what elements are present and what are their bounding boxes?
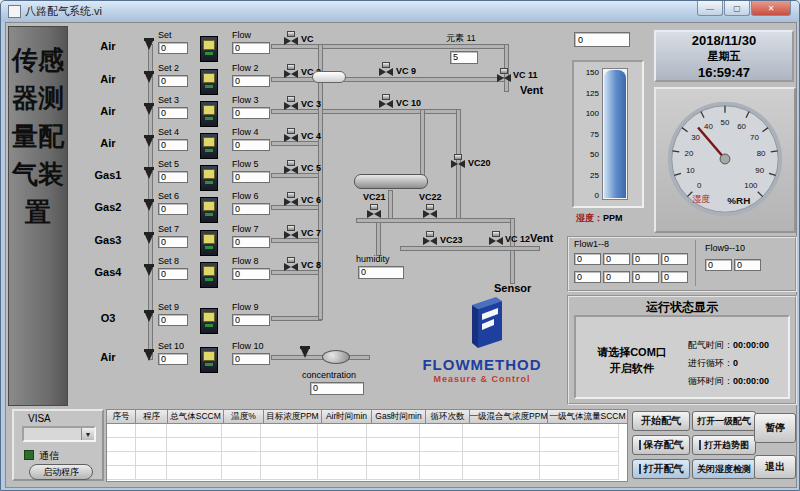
program-table-header: 序号 程序 总气体SCCM 温度% 目标浓度PPM Air时间min Gas时间…: [106, 409, 628, 424]
mfc-icon: [200, 197, 218, 223]
divider: [695, 240, 696, 286]
svg-text:100: 100: [744, 181, 758, 190]
table-cell: [318, 466, 367, 480]
table-cell: [222, 466, 261, 480]
set-label: Set 9: [158, 302, 179, 312]
table-cell: [167, 452, 222, 466]
set-input[interactable]: 0: [158, 139, 188, 151]
mfc-icon: [200, 347, 218, 373]
mfc-icon: [200, 36, 218, 62]
valve-vc6-icon: [283, 192, 299, 208]
close-humidity-check-button[interactable]: 关闭湿度检测: [692, 459, 756, 479]
pipe: [376, 222, 381, 256]
flow-display: 0: [232, 107, 270, 119]
valve-vc8-label: VC 8: [301, 260, 321, 270]
minimize-button[interactable]: —: [697, 1, 723, 16]
table-body[interactable]: [106, 424, 628, 482]
valve-vc21-icon: [366, 204, 382, 220]
set-input[interactable]: 0: [158, 353, 188, 365]
set-input[interactable]: 0: [158, 314, 188, 326]
gauge-label: 湿度: [692, 194, 710, 204]
svg-text:0: 0: [697, 181, 702, 190]
flow-label: Flow 6: [232, 191, 259, 201]
flow-display: 0: [232, 236, 270, 248]
open-primary-mixing-button[interactable]: 打开一级配气: [692, 411, 756, 431]
visa-resource-combo[interactable]: ▼: [22, 426, 96, 442]
valve-vc2-icon: [283, 64, 299, 80]
table-cell: [367, 424, 420, 438]
open-trend-chart-button[interactable]: 打开趋势图: [692, 435, 756, 455]
run-status-title: 运行状态显示: [569, 299, 795, 316]
flow-label: Flow 2: [232, 63, 259, 73]
set-input[interactable]: 0: [158, 42, 188, 54]
start-mixing-button[interactable]: 开始配气: [632, 411, 690, 431]
valve-vc9-label: VC 9: [396, 66, 416, 76]
flow-readout-panel: Flow1--8 0 0 0 0 0 0 0 0 Flow9--10 0 0: [567, 236, 797, 292]
col-index: 序号: [106, 409, 136, 424]
close-button[interactable]: ✕: [751, 1, 791, 16]
comm-led-icon: [24, 450, 34, 460]
set-input[interactable]: 0: [158, 268, 188, 280]
exit-button[interactable]: 退出: [754, 455, 796, 479]
table-cell: [540, 452, 619, 466]
flow-display: 0: [232, 42, 270, 54]
flow1-display: 0: [574, 253, 601, 265]
flow-display: 0: [232, 75, 270, 87]
table-cell: [540, 466, 619, 480]
logo-tagline: Measure & Control: [400, 374, 564, 384]
visa-panel: VISA ▼ 通信 启动程序: [12, 409, 104, 481]
set-input[interactable]: 0: [158, 236, 188, 248]
col-primary-flow: 一级气体流量SCCM: [548, 409, 628, 424]
valve-vc1-label: VC: [301, 34, 314, 44]
table-cell: [318, 452, 367, 466]
table-cell: [463, 452, 540, 466]
valve-vc1-icon: [283, 31, 299, 47]
save-mixing-button[interactable]: 保存配气: [632, 435, 690, 455]
open-mixing-button[interactable]: 打开配气: [632, 459, 690, 479]
col-air-time: Air时间min: [322, 409, 372, 424]
valve-vc11-icon: [496, 68, 512, 84]
manual-valve-icon: [142, 167, 156, 181]
tank-tick: 50: [576, 150, 599, 159]
set-input[interactable]: 0: [158, 75, 188, 87]
table-cell: [261, 438, 318, 452]
humidity-label: humidity: [356, 254, 390, 264]
run-program-button[interactable]: 启动程序: [29, 464, 93, 480]
pipe: [388, 190, 393, 220]
valve-vc23-label: VC23: [440, 235, 463, 245]
status-message-line2: 开启软件: [580, 361, 684, 376]
set-label: Set: [158, 30, 172, 40]
gas-label: Air: [82, 73, 134, 85]
svg-text:60: 60: [737, 122, 746, 131]
set-label: Set 3: [158, 95, 179, 105]
set-input[interactable]: 0: [158, 107, 188, 119]
table-cell: [367, 466, 420, 480]
status-row-mix-time: 配气时间：00:00:00: [688, 339, 769, 352]
table-cell: [540, 424, 619, 438]
gas-label: Gas2: [82, 201, 134, 213]
date-text: 2018/11/30: [692, 33, 756, 48]
set-label: Set 5: [158, 159, 179, 169]
manual-valve-icon: [142, 103, 156, 117]
gas-label: Air: [82, 105, 134, 117]
flow9-display: 0: [705, 259, 732, 271]
set-input[interactable]: 0: [158, 171, 188, 183]
maximize-button[interactable]: ▢: [724, 1, 750, 16]
table-cell: [167, 424, 222, 438]
titlebar[interactable]: 八路配气系统.vi — ▢ ✕: [1, 1, 799, 22]
table-cell: [318, 438, 367, 452]
table-cell: [222, 424, 261, 438]
manual-valve-icon: [142, 264, 156, 278]
mfc-icon: [200, 308, 218, 334]
table-cell: [463, 466, 540, 480]
set-input[interactable]: 0: [158, 203, 188, 215]
front-panel: 传感器测量配气装置 Air: [5, 22, 797, 488]
col-mix-ppm: 一级混合气浓度PPM: [470, 409, 548, 424]
gauge-unit: %RH: [727, 195, 750, 206]
chevron-down-icon[interactable]: ▼: [81, 428, 94, 440]
table-cell: [107, 424, 136, 438]
sidebar-title: 传感器测量配气装置: [8, 26, 68, 406]
mfc-icon: [200, 262, 218, 288]
element-input[interactable]: 5: [450, 51, 478, 64]
pause-button[interactable]: 暂停: [754, 413, 796, 443]
